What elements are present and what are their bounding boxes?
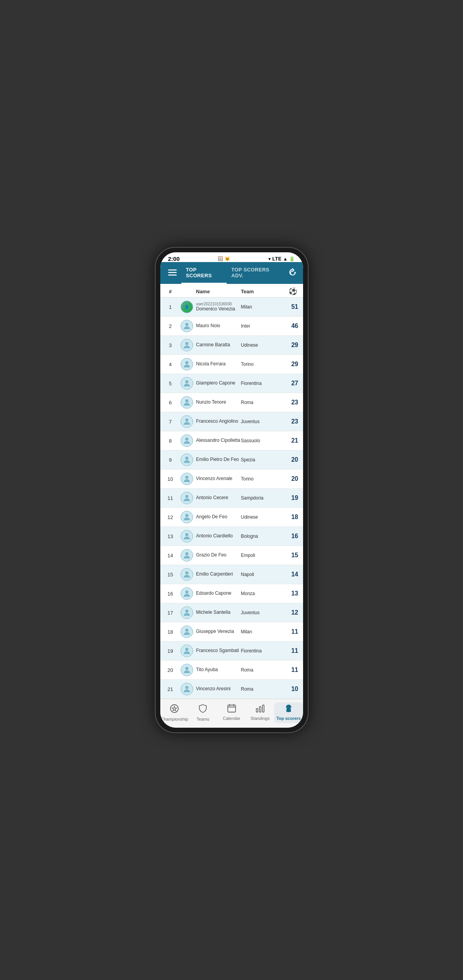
hamburger-icon[interactable] [167,266,178,280]
table-row[interactable]: 12 Angelo De Feo Udinese 18 [160,508,303,527]
nav-item-teams[interactable]: Teams [189,702,217,723]
avatar [181,511,193,523]
rank-cell: 9 [163,457,177,463]
table-row[interactable]: 3 Carmine Baratta Udinese 29 [160,336,303,355]
team-cell: Fiorentina [241,648,286,654]
goals-cell: 27 [286,380,300,387]
player-name: Mauro Noio [196,323,241,329]
svg-point-18 [185,610,188,613]
rank-cell: 8 [163,438,177,444]
table-row[interactable]: 13 Antonio Ciardiello Bologna 16 [160,527,303,546]
tab-top-scorers[interactable]: TOP SCORERS [181,262,227,284]
table-row[interactable]: 19 Francesco Sgambati Fiorentina 11 [160,642,303,661]
avatar-cell [177,415,196,428]
avatar [181,549,193,562]
name-cell: user2022101536930 Domenico Venezia [196,302,241,312]
name-cell: Angelo De Feo [196,514,241,520]
avatar [181,377,193,390]
team-cell: Milan [241,629,286,634]
table-row[interactable]: 1 👤 user2022101536930 Domenico Venezia M… [160,298,303,317]
player-name: Carmine Baratta [196,342,241,348]
avatar: 👤 [181,301,193,313]
svg-point-19 [185,629,188,632]
nav-item-championship[interactable]: Championship [160,702,189,723]
table-row[interactable]: 9 Emilio Pietro De Feo Spezia 20 [160,450,303,470]
table-row[interactable]: 11 Antonio Cecere Sampdoria 19 [160,489,303,508]
table-row[interactable]: 18 Giuseppe Venezia Milan 11 [160,622,303,642]
name-cell: Francesco Sgambati [196,648,241,654]
championship-icon [170,704,179,716]
avatar-cell [177,626,196,638]
avatar-cell [177,358,196,370]
nav-item-top-scorers[interactable]: Top scorers [274,702,303,723]
table-row[interactable]: 6 Nunzio Tenore Roma 23 [160,393,303,412]
player-name: Vincenzo Arenale [196,476,241,482]
username-text: user2022101536930 [196,302,241,306]
rank-cell: 17 [163,610,177,616]
player-name: Giuseppe Venezia [196,629,241,635]
nav-item-standings[interactable]: Standings [246,702,274,723]
svg-point-12 [185,495,188,498]
player-name: Antonio Ciardiello [196,533,241,539]
avatar [181,530,193,542]
team-cell: Fiorentina [241,381,286,386]
table-row[interactable]: 16 Edoardo Capone Monza 13 [160,584,303,603]
svg-point-15 [185,552,188,555]
table-row[interactable]: 14 Grazio De Feo Empoli 15 [160,546,303,565]
header-tabs: TOP SCORERS TOP SCORERS ADV. [181,262,285,284]
name-cell: Antonio Ciardiello [196,533,241,539]
team-cell: Napoli [241,572,286,577]
table-row[interactable]: 2 Mauro Noio Inter 46 [160,317,303,336]
refresh-icon[interactable] [288,268,297,278]
table-row[interactable]: 10 Vincenzo Arenale Torino 20 [160,470,303,489]
table-row[interactable]: 21 Vincenzo Aresini Roma 10 [160,680,303,699]
rank-cell: 18 [163,629,177,635]
battery-icon: 🔋 [289,256,295,262]
calendar-icon [227,704,236,715]
svg-point-22 [185,686,188,689]
table-row[interactable]: 20 Tito Ayuba Roma 11 [160,661,303,680]
teams-icon [199,704,207,716]
table-row[interactable]: 7 Francesco Angiolino Juventus 23 [160,412,303,431]
avatar [181,320,193,332]
table-row[interactable]: 4 Nicola Ferrara Torino 29 [160,355,303,374]
team-cell: Roma [241,686,286,692]
name-cell: Nunzio Tenore [196,399,241,406]
team-cell: Monza [241,591,286,596]
team-cell: Juventus [241,610,286,615]
tab-top-scorers-adv[interactable]: TOP SCORERS ADV. [227,262,285,284]
avatar [181,587,193,600]
team-cell: Udinese [241,514,286,520]
player-name: Giampiero Capone [196,380,241,386]
avatar-cell [177,492,196,504]
table-row[interactable]: 17 Michele Santella Juventus 12 [160,603,303,622]
col-team-header: Team [241,287,286,296]
nav-item-calendar[interactable]: Calendar [217,702,246,723]
player-name: Nicola Ferrara [196,361,241,367]
name-cell: Francesco Angiolino [196,418,241,425]
goals-cell: 21 [286,437,300,444]
team-cell: Empoli [241,553,286,558]
avatar [181,434,193,447]
player-name: Angelo De Feo [196,514,241,520]
player-name: Domenico Venezia [196,306,241,312]
svg-point-11 [185,476,188,479]
table-row[interactable]: 15 Emilio Carpentieri Napoli 14 [160,565,303,584]
status-bar: 2:00 🪟 😺 ▾ LTE ▲ 🔋 [160,252,303,262]
table-row[interactable]: 5 Giampiero Capone Fiorentina 27 [160,374,303,393]
rank-cell: 2 [163,323,177,329]
name-cell: Alessandro Cipolletta [196,438,241,444]
avatar-cell [177,434,196,447]
nav-label-standings: Standings [250,716,270,721]
table-header-row: # Name Team ⚽ [160,284,303,298]
avatar-cell [177,587,196,600]
svg-rect-28 [286,707,291,707]
avatar-cell [177,530,196,542]
rank-cell: 3 [163,342,177,348]
table-row[interactable]: 8 Alessandro Cipolletta Sassuolo 21 [160,431,303,450]
svg-point-6 [185,380,188,383]
player-name: Francesco Sgambati [196,648,241,654]
player-name: Antonio Cecere [196,495,241,501]
player-name: Emilio Pietro De Feo [196,457,241,463]
avatar-cell [177,568,196,581]
